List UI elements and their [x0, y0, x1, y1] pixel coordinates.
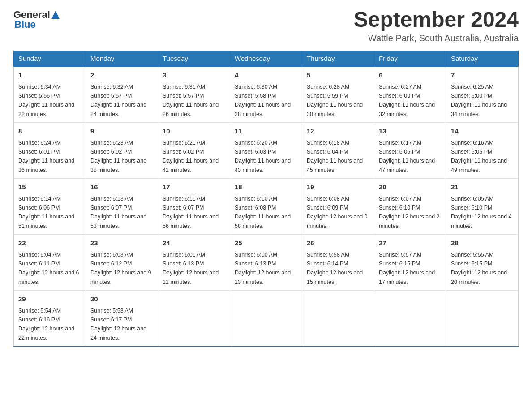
day-info: Sunrise: 6:13 AMSunset: 6:07 PMDaylight:…: [90, 196, 146, 229]
day-info: Sunrise: 5:55 AMSunset: 6:15 PMDaylight:…: [451, 252, 507, 285]
calendar-cell: 5Sunrise: 6:28 AMSunset: 5:59 PMDaylight…: [302, 66, 374, 123]
calendar-cell: 13Sunrise: 6:17 AMSunset: 6:05 PMDayligh…: [374, 123, 446, 179]
page-header: General Blue September 2024 Wattle Park,…: [13, 9, 519, 43]
day-number: 2: [90, 70, 153, 81]
calendar-cell: 21Sunrise: 6:05 AMSunset: 6:10 PMDayligh…: [446, 179, 519, 235]
day-number: 28: [451, 238, 514, 248]
weekday-header-tuesday: Tuesday: [158, 51, 230, 67]
calendar-cell: 7Sunrise: 6:25 AMSunset: 6:00 PMDaylight…: [446, 66, 519, 123]
calendar-cell: 1Sunrise: 6:34 AMSunset: 5:56 PMDaylight…: [14, 66, 86, 123]
day-number: 27: [379, 238, 442, 248]
calendar-cell: 8Sunrise: 6:24 AMSunset: 6:01 PMDaylight…: [14, 123, 86, 179]
week-row-5: 29Sunrise: 5:54 AMSunset: 6:16 PMDayligh…: [14, 291, 519, 347]
logo-blue-text: Blue: [14, 19, 36, 30]
day-number: 6: [379, 70, 442, 81]
calendar-cell: 28Sunrise: 5:55 AMSunset: 6:15 PMDayligh…: [446, 235, 519, 291]
day-number: 9: [90, 126, 153, 137]
day-number: 22: [18, 238, 81, 248]
day-info: Sunrise: 6:08 AMSunset: 6:09 PMDaylight:…: [307, 196, 368, 229]
day-number: 21: [451, 182, 514, 193]
day-info: Sunrise: 6:18 AMSunset: 6:04 PMDaylight:…: [307, 140, 363, 173]
weekday-header-wednesday: Wednesday: [230, 51, 302, 67]
day-number: 26: [307, 238, 369, 248]
calendar-cell: [446, 291, 519, 347]
calendar-cell: 25Sunrise: 6:00 AMSunset: 6:13 PMDayligh…: [230, 235, 302, 291]
calendar-cell: 16Sunrise: 6:13 AMSunset: 6:07 PMDayligh…: [86, 179, 158, 235]
week-row-3: 15Sunrise: 6:14 AMSunset: 6:06 PMDayligh…: [14, 179, 519, 235]
weekday-header-monday: Monday: [86, 51, 158, 67]
week-row-1: 1Sunrise: 6:34 AMSunset: 5:56 PMDaylight…: [14, 66, 519, 123]
calendar-cell: 14Sunrise: 6:16 AMSunset: 6:05 PMDayligh…: [446, 123, 519, 179]
calendar-cell: 11Sunrise: 6:20 AMSunset: 6:03 PMDayligh…: [230, 123, 302, 179]
day-info: Sunrise: 6:28 AMSunset: 5:59 PMDaylight:…: [307, 84, 363, 117]
week-row-4: 22Sunrise: 6:04 AMSunset: 6:11 PMDayligh…: [14, 235, 519, 291]
calendar-cell: 23Sunrise: 6:03 AMSunset: 6:12 PMDayligh…: [86, 235, 158, 291]
calendar-cell: 12Sunrise: 6:18 AMSunset: 6:04 PMDayligh…: [302, 123, 374, 179]
calendar-cell: 19Sunrise: 6:08 AMSunset: 6:09 PMDayligh…: [302, 179, 374, 235]
day-info: Sunrise: 6:27 AMSunset: 6:00 PMDaylight:…: [379, 84, 435, 117]
day-number: 4: [235, 70, 297, 81]
weekday-header-thursday: Thursday: [302, 51, 374, 67]
day-info: Sunrise: 6:04 AMSunset: 6:11 PMDaylight:…: [18, 252, 79, 285]
calendar-cell: 15Sunrise: 6:14 AMSunset: 6:06 PMDayligh…: [14, 179, 86, 235]
calendar-cell: 6Sunrise: 6:27 AMSunset: 6:00 PMDaylight…: [374, 66, 446, 123]
calendar-cell: 20Sunrise: 6:07 AMSunset: 6:10 PMDayligh…: [374, 179, 446, 235]
day-info: Sunrise: 6:24 AMSunset: 6:01 PMDaylight:…: [18, 140, 74, 173]
svg-marker-0: [51, 11, 60, 19]
day-number: 17: [163, 182, 225, 193]
day-info: Sunrise: 6:34 AMSunset: 5:56 PMDaylight:…: [18, 84, 74, 117]
day-info: Sunrise: 6:25 AMSunset: 6:00 PMDaylight:…: [451, 84, 507, 117]
day-info: Sunrise: 6:32 AMSunset: 5:57 PMDaylight:…: [90, 84, 146, 117]
day-number: 23: [90, 238, 153, 248]
calendar-cell: [374, 291, 446, 347]
day-number: 13: [379, 126, 442, 137]
logo: General Blue: [13, 9, 61, 30]
day-info: Sunrise: 6:10 AMSunset: 6:08 PMDaylight:…: [235, 196, 291, 229]
day-number: 30: [90, 294, 153, 304]
calendar-cell: [302, 291, 374, 347]
calendar-cell: 18Sunrise: 6:10 AMSunset: 6:08 PMDayligh…: [230, 179, 302, 235]
day-number: 5: [307, 70, 369, 81]
weekday-header-row: SundayMondayTuesdayWednesdayThursdayFrid…: [14, 51, 519, 67]
day-number: 8: [18, 126, 81, 137]
month-title: September 2024: [354, 9, 519, 30]
day-number: 18: [235, 182, 297, 193]
calendar-cell: 30Sunrise: 5:53 AMSunset: 6:17 PMDayligh…: [86, 291, 158, 347]
day-info: Sunrise: 5:54 AMSunset: 6:16 PMDaylight:…: [18, 308, 74, 341]
day-number: 11: [235, 126, 297, 137]
day-number: 7: [451, 70, 514, 81]
calendar-cell: [158, 291, 230, 347]
day-info: Sunrise: 5:57 AMSunset: 6:15 PMDaylight:…: [379, 252, 435, 285]
day-info: Sunrise: 6:30 AMSunset: 5:58 PMDaylight:…: [235, 84, 291, 117]
logo-triangle-icon: [51, 10, 60, 20]
day-info: Sunrise: 6:21 AMSunset: 6:02 PMDaylight:…: [163, 140, 219, 173]
day-info: Sunrise: 6:20 AMSunset: 6:03 PMDaylight:…: [235, 140, 291, 173]
calendar-cell: 26Sunrise: 5:58 AMSunset: 6:14 PMDayligh…: [302, 235, 374, 291]
weekday-header-sunday: Sunday: [14, 51, 86, 67]
day-info: Sunrise: 6:00 AMSunset: 6:13 PMDaylight:…: [235, 252, 291, 285]
day-info: Sunrise: 6:16 AMSunset: 6:05 PMDaylight:…: [451, 140, 507, 173]
calendar-table: SundayMondayTuesdayWednesdayThursdayFrid…: [13, 51, 519, 347]
day-info: Sunrise: 5:58 AMSunset: 6:14 PMDaylight:…: [307, 252, 363, 285]
day-info: Sunrise: 6:14 AMSunset: 6:06 PMDaylight:…: [18, 196, 74, 229]
calendar-cell: 24Sunrise: 6:01 AMSunset: 6:13 PMDayligh…: [158, 235, 230, 291]
calendar-cell: 10Sunrise: 6:21 AMSunset: 6:02 PMDayligh…: [158, 123, 230, 179]
day-number: 19: [307, 182, 369, 193]
calendar-cell: 9Sunrise: 6:23 AMSunset: 6:02 PMDaylight…: [86, 123, 158, 179]
day-info: Sunrise: 6:17 AMSunset: 6:05 PMDaylight:…: [379, 140, 435, 173]
location-title: Wattle Park, South Australia, Australia: [354, 33, 519, 43]
day-number: 29: [18, 294, 81, 304]
calendar-cell: 22Sunrise: 6:04 AMSunset: 6:11 PMDayligh…: [14, 235, 86, 291]
day-number: 15: [18, 182, 81, 193]
calendar-cell: 27Sunrise: 5:57 AMSunset: 6:15 PMDayligh…: [374, 235, 446, 291]
weekday-header-friday: Friday: [374, 51, 446, 67]
calendar-cell: 4Sunrise: 6:30 AMSunset: 5:58 PMDaylight…: [230, 66, 302, 123]
day-number: 12: [307, 126, 369, 137]
day-info: Sunrise: 5:53 AMSunset: 6:17 PMDaylight:…: [90, 308, 146, 341]
calendar-cell: 29Sunrise: 5:54 AMSunset: 6:16 PMDayligh…: [14, 291, 86, 347]
day-number: 10: [163, 126, 225, 137]
day-info: Sunrise: 6:01 AMSunset: 6:13 PMDaylight:…: [163, 252, 219, 285]
week-row-2: 8Sunrise: 6:24 AMSunset: 6:01 PMDaylight…: [14, 123, 519, 179]
day-number: 14: [451, 126, 514, 137]
day-info: Sunrise: 6:31 AMSunset: 5:57 PMDaylight:…: [163, 84, 219, 117]
